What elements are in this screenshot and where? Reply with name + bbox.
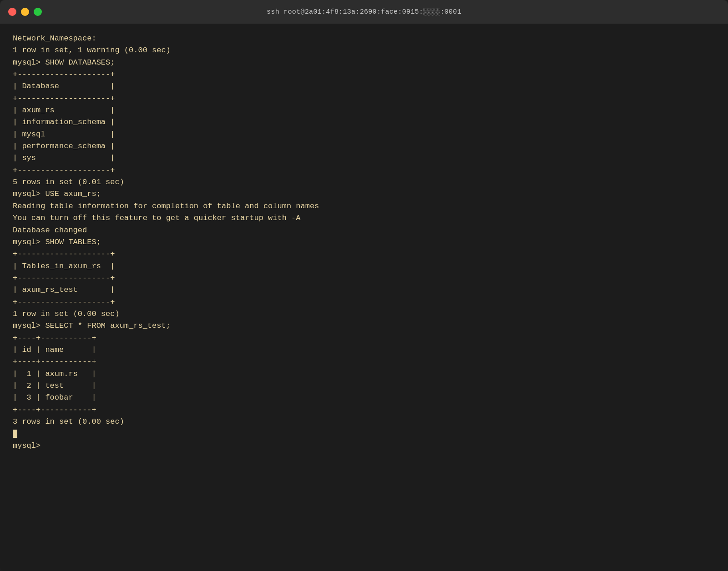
terminal-line: | information_schema | bbox=[13, 116, 715, 128]
terminal-line: +--------------------+ bbox=[13, 69, 715, 80]
titlebar: ssh root@2a01:4f8:13a:2690:face:0915:░░░… bbox=[0, 0, 728, 24]
terminal-line: Reading table information for completion… bbox=[13, 200, 715, 212]
terminal-cursor bbox=[13, 430, 17, 438]
terminal-window: ssh root@2a01:4f8:13a:2690:face:0915:░░░… bbox=[0, 0, 728, 571]
terminal-line: You can turn off this feature to get a q… bbox=[13, 212, 715, 224]
terminal-line: +--------------------+ bbox=[13, 272, 715, 284]
terminal-line: mysql> SELECT * FROM axum_rs_test; bbox=[13, 320, 715, 332]
terminal-line: +--------------------+ bbox=[13, 296, 715, 308]
terminal-line: mysql> SHOW DATABASES; bbox=[13, 57, 715, 69]
terminal-line: | 3 | foobar | bbox=[13, 392, 715, 404]
close-button[interactable] bbox=[8, 8, 16, 16]
terminal-line: Database changed bbox=[13, 225, 715, 236]
terminal-line: mysql> SHOW TABLES; bbox=[13, 236, 715, 248]
terminal-line bbox=[13, 428, 715, 440]
minimize-button[interactable] bbox=[21, 8, 29, 16]
terminal-line: +----+-----------+ bbox=[13, 356, 715, 368]
terminal-line: | Tables_in_axum_rs | bbox=[13, 260, 715, 272]
terminal-line: +--------------------+ bbox=[13, 165, 715, 176]
terminal-line: | id | name | bbox=[13, 344, 715, 356]
terminal-line: | Database | bbox=[13, 80, 715, 92]
terminal-line: | performance_schema | bbox=[13, 140, 715, 152]
terminal-line: +--------------------+ bbox=[13, 93, 715, 105]
terminal-line: +----+-----------+ bbox=[13, 404, 715, 416]
terminal-line: 1 row in set (0.00 sec) bbox=[13, 308, 715, 320]
terminal-line: | axum_rs | bbox=[13, 105, 715, 116]
terminal-line: +----+-----------+ bbox=[13, 332, 715, 344]
terminal-line: Network_Namespace: bbox=[13, 33, 715, 45]
terminal-line: | mysql | bbox=[13, 129, 715, 140]
window-title: ssh root@2a01:4f8:13a:2690:face:0915:░░░… bbox=[267, 8, 461, 16]
terminal-line: | 2 | test | bbox=[13, 380, 715, 392]
terminal-line: 5 rows in set (0.01 sec) bbox=[13, 176, 715, 188]
terminal-line: mysql> bbox=[13, 440, 715, 452]
terminal-line: 1 row in set, 1 warning (0.00 sec) bbox=[13, 45, 715, 56]
terminal-line: | axum_rs_test | bbox=[13, 284, 715, 296]
traffic-lights bbox=[8, 8, 42, 16]
maximize-button[interactable] bbox=[34, 8, 42, 16]
terminal-body[interactable]: Network_Namespace:1 row in set, 1 warnin… bbox=[0, 24, 728, 571]
terminal-line: +--------------------+ bbox=[13, 248, 715, 260]
terminal-line: | 1 | axum.rs | bbox=[13, 368, 715, 380]
terminal-line: mysql> USE axum_rs; bbox=[13, 188, 715, 200]
terminal-line: | sys | bbox=[13, 152, 715, 164]
terminal-line: 3 rows in set (0.00 sec) bbox=[13, 416, 715, 428]
